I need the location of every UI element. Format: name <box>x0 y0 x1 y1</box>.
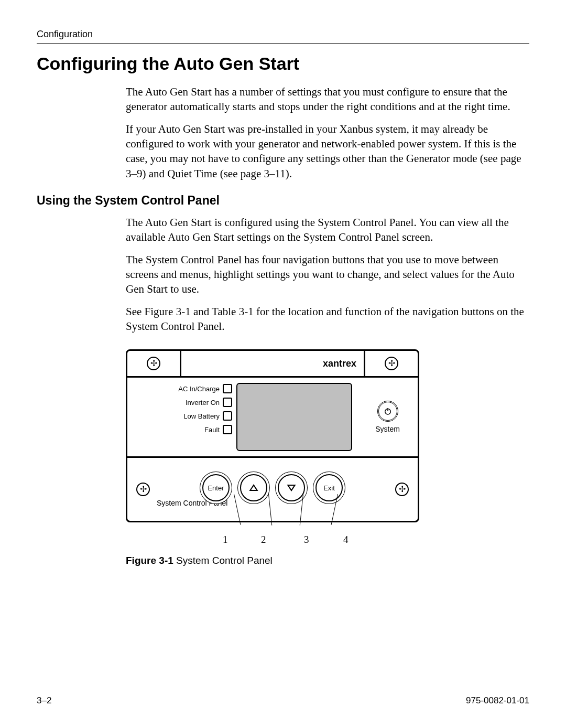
intro-paragraph-1: The Auto Gen Start has a number of setti… <box>126 84 529 114</box>
figure-caption: Figure 3-1 System Control Panel <box>126 555 529 566</box>
subheading: Using the System Control Panel <box>37 194 529 208</box>
led-label: Low Battery <box>183 412 220 420</box>
led-icon <box>223 425 232 434</box>
doc-number: 975-0082-01-01 <box>466 695 529 706</box>
header-rule <box>37 43 529 44</box>
led-label: Fault <box>204 426 220 434</box>
up-button <box>240 474 267 501</box>
led-label: Inverter On <box>186 399 220 406</box>
page-footer: 3–2 975-0082-01-01 <box>37 695 529 706</box>
device-screen <box>236 383 352 451</box>
figure-label: Figure 3-1 <box>126 555 173 566</box>
screw-icon: ✢ <box>385 357 398 370</box>
power-icon <box>377 401 398 422</box>
screw-icon: ✢ <box>147 357 160 370</box>
screw-icon: ✢ <box>136 483 150 496</box>
enter-button: Enter <box>202 474 230 501</box>
device-brand: xantrex <box>181 351 364 376</box>
callout-row: 1 2 3 4 <box>126 515 419 547</box>
nav-button-row: Enter Exit <box>159 471 386 501</box>
callout-number: 3 <box>304 534 309 545</box>
sub-paragraph-2: The System Control Panel has four naviga… <box>126 252 529 297</box>
exit-button: Exit <box>315 474 343 501</box>
page-number: 3–2 <box>37 695 51 706</box>
down-button <box>278 474 305 501</box>
screw-icon: ✢ <box>395 483 409 496</box>
led-icon <box>223 384 232 393</box>
led-label: AC In/Charge <box>178 385 220 393</box>
callout-number: 1 <box>223 534 228 545</box>
led-icon <box>223 411 232 421</box>
running-header: Configuration <box>37 29 529 40</box>
device-illustration: ✢ xantrex ✢ AC In/Charge Inverter On Low… <box>126 349 419 522</box>
system-label: System <box>375 425 400 433</box>
sub-paragraph-3: See Figure 3-1 and Table 3-1 for the loc… <box>126 304 529 334</box>
led-column: AC In/Charge Inverter On Low Battery Fau… <box>127 378 236 456</box>
page-title: Configuring the Auto Gen Start <box>37 53 529 74</box>
callout-number: 2 <box>261 534 266 545</box>
figure-caption-text: System Control Panel <box>176 555 273 566</box>
led-icon <box>223 398 232 407</box>
intro-paragraph-2: If your Auto Gen Start was pre-installed… <box>126 122 529 181</box>
callout-number: 4 <box>343 534 349 545</box>
sub-paragraph-1: The Auto Gen Start is configured using t… <box>126 215 529 245</box>
